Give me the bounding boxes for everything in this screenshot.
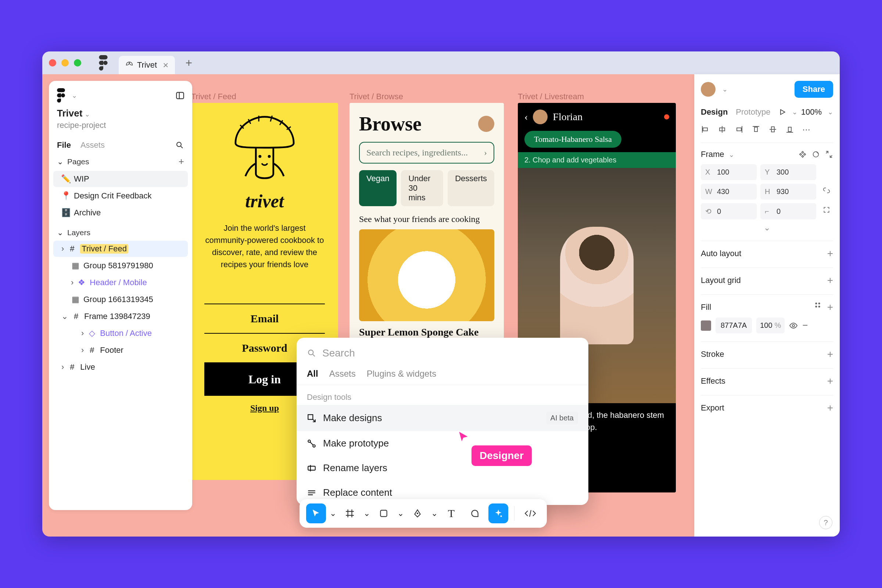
- share-button[interactable]: Share: [795, 81, 833, 98]
- play-icon[interactable]: [779, 108, 786, 116]
- action-rename-layers[interactable]: Rename layers: [297, 456, 588, 480]
- recipe-title[interactable]: Super Lemon Sponge Cake: [359, 326, 494, 338]
- layer-item[interactable]: ▦Group 5819791980: [53, 258, 188, 274]
- panel-toggle-icon[interactable]: [175, 91, 185, 100]
- export-heading[interactable]: Export: [701, 403, 724, 413]
- layoutgrid-heading[interactable]: Layout grid: [701, 276, 741, 285]
- minimize-window-icon[interactable]: [62, 59, 69, 66]
- artboard-label[interactable]: Trivet / Browse: [350, 92, 403, 101]
- add-export-button[interactable]: +: [827, 402, 833, 414]
- popover-tab-all[interactable]: All: [307, 369, 318, 379]
- layer-item[interactable]: ▦Group 1661319345: [53, 291, 188, 308]
- filter-chip[interactable]: Vegan: [359, 170, 396, 206]
- align-left-icon[interactable]: [701, 125, 710, 134]
- styles-icon[interactable]: [814, 302, 821, 309]
- chevron-down-icon[interactable]: ⌄: [431, 508, 438, 518]
- tab-assets[interactable]: Assets: [81, 140, 105, 150]
- remove-fill-button[interactable]: −: [802, 320, 808, 331]
- align-top-icon[interactable]: [752, 125, 760, 134]
- dev-mode-toggle[interactable]: [520, 504, 540, 524]
- window-traffic-lights[interactable]: [49, 59, 81, 66]
- tab-file[interactable]: File: [57, 140, 71, 150]
- chevron-right-icon[interactable]: ›: [81, 345, 84, 355]
- align-vcenter-icon[interactable]: [768, 125, 777, 134]
- autolayout-heading[interactable]: Auto layout: [701, 249, 741, 258]
- stroke-heading[interactable]: Stroke: [701, 350, 724, 359]
- align-hcenter-icon[interactable]: [718, 125, 726, 134]
- chevron-down-icon[interactable]: ⌄: [330, 508, 336, 518]
- comment-tool[interactable]: [465, 504, 485, 524]
- move-tool[interactable]: [306, 504, 326, 524]
- frame-tool[interactable]: [340, 504, 360, 524]
- search-icon[interactable]: [175, 141, 184, 150]
- add-autolayout-button[interactable]: +: [827, 248, 833, 260]
- add-layoutgrid-button[interactable]: +: [827, 274, 833, 286]
- file-tab[interactable]: Trivet ×: [119, 56, 175, 74]
- action-make-designs[interactable]: Make designs AI beta: [297, 405, 588, 431]
- chevron-right-icon[interactable]: ›: [62, 362, 64, 372]
- close-window-icon[interactable]: [49, 59, 56, 66]
- add-effects-button[interactable]: +: [827, 375, 833, 387]
- chevron-right-icon[interactable]: ›: [62, 244, 64, 254]
- collapse-icon[interactable]: [825, 150, 833, 158]
- chevron-down-icon[interactable]: ⌄: [57, 157, 64, 166]
- chevron-right-icon[interactable]: ›: [71, 278, 74, 287]
- effects-heading[interactable]: Effects: [701, 376, 726, 386]
- actions-tool[interactable]: [488, 504, 508, 524]
- lock-aspect-icon[interactable]: [820, 184, 833, 197]
- popover-tab-plugins[interactable]: Plugins & widgets: [367, 369, 436, 379]
- chevron-down-icon[interactable]: ⌄: [84, 111, 90, 118]
- add-stroke-button[interactable]: +: [827, 348, 833, 360]
- artboard-label[interactable]: Trivet / Feed: [191, 92, 236, 101]
- layer-item[interactable]: ›#Footer: [53, 342, 188, 358]
- chevron-down-icon[interactable]: ⌄: [72, 92, 77, 100]
- page-item[interactable]: ✏️WIP: [53, 171, 188, 187]
- email-field[interactable]: Email: [204, 303, 325, 334]
- project-name[interactable]: Trivet: [57, 108, 82, 119]
- width-input[interactable]: W430: [701, 184, 757, 200]
- page-item[interactable]: 🗄️Archive: [53, 205, 188, 221]
- page-item[interactable]: 📍Design Crit Feedback: [53, 188, 188, 204]
- zoom-value[interactable]: 100%: [801, 107, 822, 117]
- shape-tool[interactable]: [374, 504, 394, 524]
- more-align-icon[interactable]: ⋯: [802, 125, 810, 135]
- independent-corners-icon[interactable]: [820, 203, 833, 216]
- orientation-icon[interactable]: [812, 150, 820, 158]
- layer-item[interactable]: ›❖Header / Mobile: [53, 274, 188, 291]
- tab-prototype[interactable]: Prototype: [736, 107, 770, 117]
- help-button[interactable]: ?: [819, 516, 832, 529]
- y-input[interactable]: Y300: [760, 164, 816, 180]
- signup-link[interactable]: Sign up: [250, 403, 279, 413]
- add-fill-button[interactable]: +: [827, 302, 833, 313]
- layer-item[interactable]: ⌄#Frame 139847239: [53, 308, 188, 324]
- resize-fit-icon[interactable]: [799, 150, 807, 158]
- figma-logo-icon[interactable]: [98, 55, 108, 70]
- filter-chip[interactable]: Desserts: [448, 170, 494, 206]
- layer-item[interactable]: ›#Live: [53, 359, 188, 375]
- back-icon[interactable]: ‹: [524, 111, 528, 123]
- actions-search[interactable]: Search: [297, 338, 588, 369]
- chevron-down-icon[interactable]: ⌄: [62, 312, 68, 321]
- text-tool[interactable]: T: [441, 504, 461, 524]
- chevron-right-icon[interactable]: ›: [81, 328, 84, 338]
- dish-pill[interactable]: Tomato-Habanero Salsa: [524, 131, 621, 148]
- visibility-icon[interactable]: [789, 321, 798, 330]
- chevron-down-icon[interactable]: ⌄: [363, 508, 370, 518]
- new-tab-button[interactable]: +: [185, 56, 192, 70]
- fill-swatch[interactable]: [701, 321, 711, 331]
- layer-item[interactable]: ›◇Button / Active: [53, 325, 188, 341]
- height-input[interactable]: H930: [760, 184, 816, 200]
- avatar[interactable]: [533, 110, 548, 124]
- chevron-down-icon[interactable]: ⌄: [701, 223, 833, 232]
- avatar[interactable]: [701, 82, 716, 97]
- layer-item[interactable]: ›#Trivet / Feed: [53, 241, 188, 257]
- chevron-down-icon[interactable]: ⌄: [722, 85, 728, 93]
- x-input[interactable]: X100: [701, 164, 757, 180]
- action-make-prototype[interactable]: Make prototype: [297, 431, 588, 456]
- align-right-icon[interactable]: [735, 125, 744, 134]
- fill-opacity-input[interactable]: 100%: [756, 318, 784, 333]
- radius-input[interactable]: ⌐0: [760, 203, 816, 219]
- frame-heading[interactable]: Frame: [701, 150, 724, 159]
- recipe-image[interactable]: [359, 230, 494, 321]
- chevron-down-icon[interactable]: ⌄: [57, 228, 64, 237]
